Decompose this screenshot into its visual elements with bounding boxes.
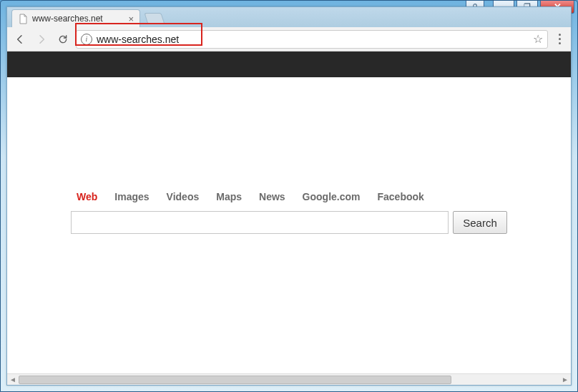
tab-title: www-searches.net [32, 14, 124, 24]
nav-web[interactable]: Web [77, 191, 97, 202]
back-button[interactable] [11, 31, 29, 48]
bookmark-star-icon[interactable]: ☆ [533, 32, 543, 46]
search-input[interactable] [71, 211, 449, 234]
os-window: — ❐ ✕ www-searches.net × [0, 0, 578, 392]
page-header-bar [7, 52, 571, 77]
scrollbar-track[interactable] [19, 375, 559, 385]
forward-button[interactable] [33, 31, 50, 48]
nav-news[interactable]: News [259, 191, 285, 202]
scroll-right-arrow-icon[interactable]: ► [559, 374, 571, 386]
close-tab-icon[interactable]: × [128, 14, 134, 24]
browser-toolbar: i ☆ [7, 27, 571, 52]
page-favicon-icon [18, 14, 28, 24]
new-tab-button[interactable] [144, 13, 165, 24]
search-area: Web Images Videos Maps News Google.com F… [71, 191, 507, 234]
search-button[interactable]: Search [453, 211, 507, 234]
nav-facebook[interactable]: Facebook [378, 191, 424, 202]
nav-images[interactable]: Images [114, 191, 149, 202]
scroll-left-arrow-icon[interactable]: ◄ [7, 374, 19, 386]
nav-videos[interactable]: Videos [167, 191, 200, 202]
address-bar[interactable]: i ☆ [76, 30, 548, 49]
browser-window: www-searches.net × i ☆ [6, 6, 572, 386]
site-info-icon[interactable]: i [81, 34, 92, 45]
nav-maps[interactable]: Maps [216, 191, 242, 202]
horizontal-scrollbar[interactable]: ◄ ► [7, 373, 571, 385]
browser-tab[interactable]: www-searches.net × [11, 9, 140, 27]
reload-button[interactable] [54, 31, 72, 48]
scrollbar-thumb[interactable] [19, 376, 451, 384]
tab-strip: www-searches.net × [7, 7, 571, 27]
url-input[interactable] [97, 34, 529, 45]
category-nav: Web Images Videos Maps News Google.com F… [71, 191, 507, 202]
nav-google[interactable]: Google.com [303, 191, 361, 202]
page-content: Web Images Videos Maps News Google.com F… [7, 52, 571, 385]
chrome-menu-button[interactable] [552, 31, 567, 47]
